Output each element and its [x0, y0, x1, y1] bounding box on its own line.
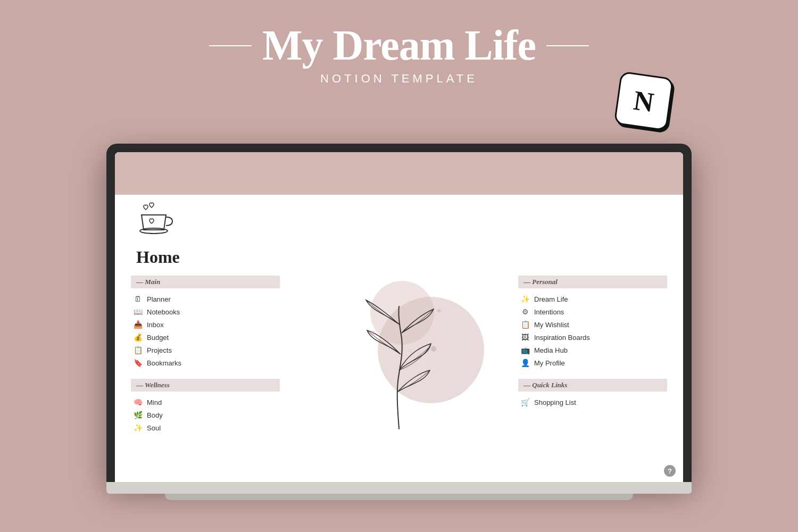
item-icon: 🌿 — [133, 411, 143, 419]
menu-item-soul[interactable]: ✨ Soul — [131, 421, 280, 434]
item-label: Budget — [147, 334, 169, 342]
menu-item-inbox[interactable]: 📥 Inbox — [131, 318, 280, 331]
item-label: Notebooks — [147, 308, 180, 316]
item-icon: 💰 — [133, 333, 143, 342]
svg-point-3 — [437, 309, 440, 312]
item-icon: 📺 — [520, 346, 530, 354]
laptop-screen-inner: Home Main 🗓 Planner 📖 Noteboo — [115, 152, 683, 482]
content-grid: Main 🗓 Planner 📖 Notebooks 📥 Inbox 💰 Bud… — [115, 276, 683, 444]
left-column: Main 🗓 Planner 📖 Notebooks 📥 Inbox 💰 Bud… — [131, 276, 280, 444]
page-banner — [115, 152, 683, 195]
menu-item-budget[interactable]: 💰 Budget — [131, 331, 280, 344]
item-label: Body — [147, 411, 163, 419]
laptop-base-bottom — [165, 494, 633, 500]
item-icon: 🛒 — [520, 398, 530, 406]
item-label: My Profile — [534, 359, 565, 367]
menu-item-body[interactable]: 🌿 Body — [131, 409, 280, 421]
quick-links-items: 🛒 Shopping List — [518, 396, 667, 409]
main-section: Main 🗓 Planner 📖 Notebooks 📥 Inbox 💰 Bud… — [131, 276, 280, 369]
item-label: Shopping List — [534, 398, 576, 406]
personal-section-heading: Personal — [518, 276, 667, 288]
item-icon: 🔖 — [133, 359, 143, 367]
quick-links-section: Quick Links 🛒 Shopping List — [518, 379, 667, 409]
notion-letter: N — [631, 84, 655, 118]
item-label: Inspiration Boards — [534, 334, 590, 342]
item-icon: 📥 — [133, 320, 143, 329]
laptop: Home Main 🗓 Planner 📖 Noteboo — [106, 144, 692, 500]
cup-icon — [136, 200, 662, 242]
item-label: Soul — [147, 424, 161, 432]
main-items: 🗓 Planner 📖 Notebooks 📥 Inbox 💰 Budget 📋… — [131, 293, 280, 369]
item-icon: 🖼 — [520, 333, 530, 342]
center-illustration — [280, 276, 518, 444]
item-label: Planner — [147, 295, 171, 303]
menu-item-notebooks[interactable]: 📖 Notebooks — [131, 305, 280, 318]
notion-page: Home Main 🗓 Planner 📖 Noteboo — [115, 152, 683, 482]
menu-item-bookmarks[interactable]: 🔖 Bookmarks — [131, 356, 280, 369]
menu-item-dream-life[interactable]: ✨ Dream Life — [518, 293, 667, 305]
menu-item-intentions[interactable]: ⚙ Intentions — [518, 305, 667, 318]
item-icon: 📖 — [133, 307, 143, 316]
menu-item-my-wishlist[interactable]: 📋 My Wishlist — [518, 318, 667, 331]
item-icon: 📋 — [520, 320, 530, 329]
right-column: Personal ✨ Dream Life ⚙ Intentions 📋 My … — [518, 276, 667, 444]
item-label: Bookmarks — [147, 359, 181, 367]
title-area: My Dream Life NOTION TEMPLATE — [0, 21, 798, 86]
item-icon: ✨ — [520, 295, 530, 303]
page-title: Home — [115, 242, 683, 276]
item-label: Projects — [147, 346, 172, 354]
quick-links-section-heading: Quick Links — [518, 379, 667, 392]
svg-point-2 — [370, 331, 375, 335]
menu-item-shopping-list[interactable]: 🛒 Shopping List — [518, 396, 667, 409]
svg-point-0 — [140, 228, 168, 234]
item-icon: 🧠 — [133, 398, 143, 406]
menu-item-my-profile[interactable]: 👤 My Profile — [518, 356, 667, 369]
subtitle: NOTION TEMPLATE — [0, 72, 798, 86]
cup-area — [115, 195, 683, 242]
wellness-items: 🧠 Mind 🌿 Body ✨ Soul — [131, 396, 280, 434]
personal-section: Personal ✨ Dream Life ⚙ Intentions 📋 My … — [518, 276, 667, 369]
item-label: Intentions — [534, 308, 564, 316]
notion-logo: N — [614, 71, 674, 131]
item-label: Mind — [147, 398, 162, 406]
item-icon: ⚙ — [520, 307, 530, 316]
menu-item-projects[interactable]: 📋 Projects — [131, 344, 280, 356]
svg-point-1 — [431, 346, 436, 352]
plant-illustration — [340, 285, 458, 434]
item-label: Media Hub — [534, 346, 568, 354]
wellness-section-heading: Wellness — [131, 379, 280, 392]
item-icon: 🗓 — [133, 295, 143, 303]
item-label: My Wishlist — [534, 321, 569, 329]
menu-item-media-hub[interactable]: 📺 Media Hub — [518, 344, 667, 356]
item-icon: ✨ — [133, 423, 143, 432]
help-button[interactable]: ? — [664, 465, 676, 477]
main-title: My Dream Life — [262, 21, 536, 70]
laptop-base — [106, 482, 692, 494]
item-label: Inbox — [147, 321, 164, 329]
menu-item-inspiration-boards[interactable]: 🖼 Inspiration Boards — [518, 331, 667, 344]
item-label: Dream Life — [534, 295, 568, 303]
item-icon: 📋 — [133, 346, 143, 354]
laptop-screen-outer: Home Main 🗓 Planner 📖 Noteboo — [106, 144, 692, 482]
title-dash-left — [209, 45, 252, 46]
menu-item-mind[interactable]: 🧠 Mind — [131, 396, 280, 409]
main-section-heading: Main — [131, 276, 280, 288]
item-icon: 👤 — [520, 359, 530, 367]
title-dash-right — [546, 45, 589, 46]
personal-items: ✨ Dream Life ⚙ Intentions 📋 My Wishlist … — [518, 293, 667, 369]
wellness-section: Wellness 🧠 Mind 🌿 Body ✨ Soul — [131, 379, 280, 434]
menu-item-planner[interactable]: 🗓 Planner — [131, 293, 280, 305]
